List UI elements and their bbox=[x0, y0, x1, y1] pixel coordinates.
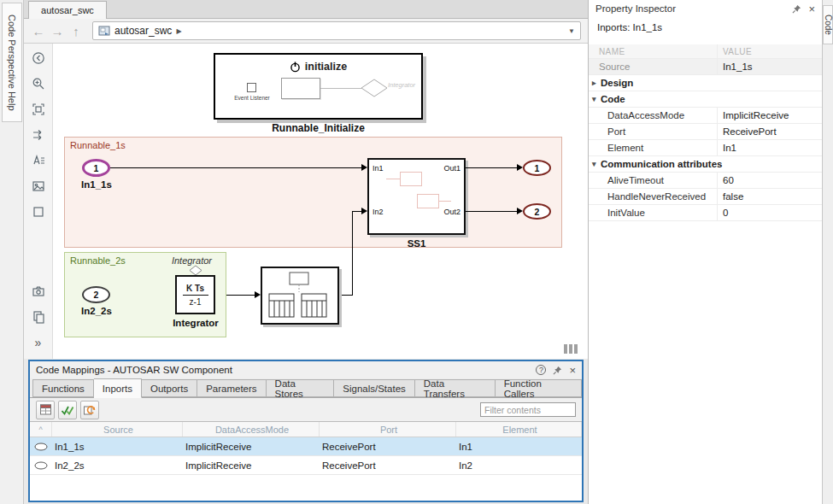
value-dataaccessmode[interactable]: ImplicitReceive bbox=[717, 108, 822, 123]
property-row-source: Source In1_1s bbox=[589, 59, 822, 75]
forward-icon[interactable]: → bbox=[48, 21, 67, 40]
value-alivetimeout[interactable]: 60 bbox=[717, 173, 822, 188]
cell-element[interactable]: In2 bbox=[456, 460, 582, 471]
code-mappings-tabs: Functions Inports Outports Parameters Da… bbox=[30, 378, 582, 398]
cell-port[interactable]: ReceivePort bbox=[320, 442, 456, 452]
header-name: NAME bbox=[589, 47, 717, 56]
column-source[interactable]: Source bbox=[52, 422, 183, 437]
tab-parameters[interactable]: Parameters bbox=[197, 379, 266, 397]
update-mappings-icon[interactable] bbox=[36, 401, 55, 419]
wire-to-in2[interactable] bbox=[353, 211, 361, 212]
copy-icon[interactable] bbox=[27, 306, 50, 328]
tab-signals-states[interactable]: Signals/States bbox=[334, 379, 415, 397]
value-port[interactable]: ReceivePort bbox=[717, 124, 822, 139]
canvas-tool-palette: » bbox=[24, 44, 53, 359]
canvas-resize-grip[interactable] bbox=[564, 344, 578, 354]
inspector-gap bbox=[589, 38, 822, 44]
close-icon[interactable]: × bbox=[569, 365, 576, 376]
column-dataaccessmode[interactable]: DataAccessMode bbox=[183, 422, 320, 437]
tab-functions[interactable]: Functions bbox=[32, 379, 94, 397]
tab-code-perspective-help[interactable]: Code Perspective Help bbox=[2, 3, 22, 122]
explorer-bar-icon[interactable] bbox=[27, 47, 50, 69]
ss1-preview-block bbox=[400, 172, 422, 186]
table-row[interactable]: In2_2s ImplicitReceive ReceivePort In2 bbox=[30, 456, 582, 475]
tab-function-callers[interactable]: Function Callers bbox=[496, 379, 582, 397]
cell-port[interactable]: ReceivePort bbox=[320, 460, 456, 471]
tab-outports[interactable]: Outports bbox=[142, 379, 197, 397]
up-icon[interactable]: ↑ bbox=[67, 21, 85, 40]
tab-data-stores[interactable]: Data Stores bbox=[267, 379, 335, 397]
group-row-communication-attributes[interactable]: ▾ Communication attributes bbox=[589, 156, 822, 173]
close-icon[interactable]: × bbox=[808, 3, 815, 15]
outport-1[interactable]: 1 bbox=[523, 160, 551, 176]
cell-dataaccessmode[interactable]: ImplicitReceive bbox=[183, 442, 320, 452]
cell-element[interactable]: In1 bbox=[456, 442, 582, 452]
column-element[interactable]: Element bbox=[456, 422, 582, 437]
annotation-icon[interactable] bbox=[27, 149, 50, 172]
cell-source[interactable]: In2_2s bbox=[52, 460, 183, 471]
wire-out1[interactable] bbox=[466, 167, 517, 168]
image-icon[interactable] bbox=[27, 175, 50, 197]
column-port[interactable]: Port bbox=[320, 422, 456, 437]
event-listener-block[interactable] bbox=[247, 83, 256, 92]
wire-in1-to-ss1[interactable] bbox=[110, 167, 361, 168]
screenshot-icon[interactable] bbox=[27, 280, 50, 302]
breadcrumb-expand-icon[interactable]: ▶ bbox=[176, 27, 181, 35]
init-inner-block[interactable] bbox=[281, 78, 320, 99]
breadcrumb-dropdown-icon[interactable]: ▼ bbox=[568, 27, 575, 35]
wire-sub2-vertical[interactable] bbox=[352, 211, 353, 296]
pin-icon[interactable] bbox=[553, 366, 562, 375]
value-element[interactable]: In1 bbox=[717, 140, 822, 155]
ss1-preview-block bbox=[417, 194, 439, 208]
wire-sub2-out[interactable] bbox=[340, 295, 353, 296]
pin-icon[interactable] bbox=[792, 4, 801, 14]
property-row-port: Port ReceivePort bbox=[589, 124, 822, 140]
subsystem-preview bbox=[262, 268, 337, 323]
document-tabbar bbox=[24, 0, 588, 19]
chevron-right-icon[interactable]: ▸ bbox=[589, 79, 601, 87]
wire-out2[interactable] bbox=[466, 211, 517, 212]
expand-toolbar-icon[interactable]: » bbox=[27, 331, 50, 354]
group-row-design[interactable]: ▸ Design bbox=[589, 75, 822, 91]
ss1-subsystem-block[interactable]: In1 In2 Out1 Out2 bbox=[367, 158, 466, 235]
value-initvalue[interactable]: 0 bbox=[717, 205, 822, 220]
value-source[interactable]: In1_1s bbox=[717, 59, 822, 74]
integrator-block[interactable]: K Ts z-1 bbox=[175, 275, 215, 314]
property-row-dataaccessmode: DataAccessMode ImplicitReceive bbox=[589, 108, 822, 124]
back-icon[interactable]: ← bbox=[29, 21, 48, 40]
generate-code-icon[interactable] bbox=[80, 401, 99, 419]
table-row[interactable]: In1_1s ImplicitReceive ReceivePort In1 bbox=[30, 437, 582, 456]
value-handleneverreceived[interactable]: false bbox=[717, 189, 822, 204]
tab-inports[interactable]: Inports bbox=[94, 378, 142, 398]
breadcrumb[interactable]: autosar_swc ▶ ▼ bbox=[92, 21, 581, 40]
subsystem-block[interactable] bbox=[261, 267, 339, 325]
sort-icon[interactable]: ^ bbox=[30, 422, 52, 437]
route-arrows-icon[interactable] bbox=[27, 124, 50, 146]
simulink-canvas[interactable]: initialize Event Listener Integrator Run… bbox=[53, 44, 588, 359]
runnable-initialize-block[interactable]: initialize Event Listener Integrator bbox=[214, 53, 423, 120]
filter-contents-input[interactable] bbox=[480, 402, 576, 417]
tab-autosar-swc[interactable]: autosar_swc bbox=[28, 1, 107, 19]
model-icon bbox=[98, 25, 110, 37]
zoom-in-icon[interactable] bbox=[27, 73, 50, 95]
inport-in1-1s[interactable]: 1 bbox=[82, 159, 110, 177]
cell-source[interactable]: In1_1s bbox=[52, 442, 183, 452]
inport-in2-2s[interactable]: 2 bbox=[82, 286, 110, 303]
code-mappings-title: Code Mappings - AUTOSAR SW Component bbox=[36, 365, 232, 375]
chevron-down-icon[interactable]: ▾ bbox=[589, 160, 601, 168]
doc-tab-label: autosar_swc bbox=[41, 5, 94, 15]
chevron-down-icon[interactable]: ▾ bbox=[589, 95, 601, 103]
outport-1-number: 1 bbox=[535, 163, 540, 173]
validate-mappings-icon[interactable] bbox=[58, 401, 77, 419]
cell-dataaccessmode[interactable]: ImplicitReceive bbox=[183, 460, 320, 471]
runnable-1s-region[interactable]: Runnable_1s bbox=[64, 137, 562, 248]
property-inspector-panel: Property Inspector × Inports: In1_1s NAM… bbox=[588, 0, 822, 504]
tab-data-transfers[interactable]: Data Transfers bbox=[415, 379, 496, 397]
tab-code[interactable]: Code bbox=[823, 5, 833, 44]
breadcrumb-model[interactable]: autosar_swc bbox=[114, 25, 172, 37]
area-box-icon[interactable] bbox=[27, 201, 50, 223]
help-icon[interactable]: ? bbox=[536, 365, 546, 375]
group-row-code[interactable]: ▾ Code bbox=[589, 91, 822, 108]
outport-2[interactable]: 2 bbox=[523, 203, 551, 220]
fit-to-view-icon[interactable] bbox=[27, 98, 50, 120]
